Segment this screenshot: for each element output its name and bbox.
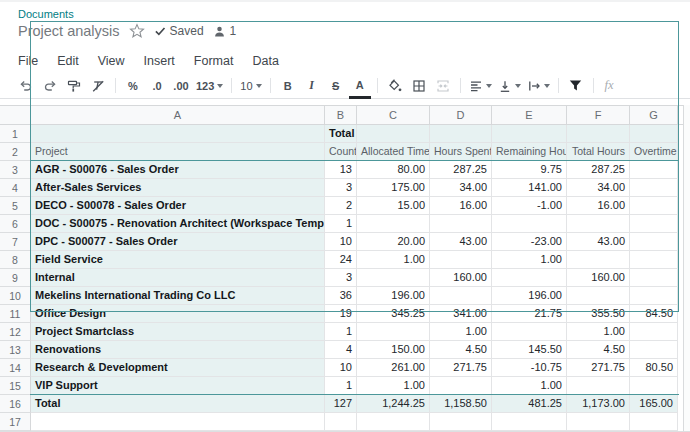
decrease-decimal-button[interactable]: .0 (145, 76, 169, 96)
cell-A2[interactable]: Project (31, 143, 325, 161)
row-header-6[interactable]: 6 (0, 215, 31, 233)
cell-A17[interactable] (31, 413, 325, 431)
cell-E5[interactable]: -1.00 (492, 197, 567, 215)
cell-D9[interactable]: 160.00 (430, 269, 492, 287)
cell-F9[interactable]: 160.00 (567, 269, 630, 287)
row-header-3[interactable]: 3 (0, 161, 31, 179)
undo-button[interactable] (14, 76, 38, 96)
menu-data[interactable]: Data (252, 54, 278, 68)
cell-G17[interactable] (630, 413, 678, 431)
cell-B14[interactable]: 10 (325, 359, 357, 377)
row-header-11[interactable]: 11 (0, 305, 31, 323)
page-title[interactable]: Project analysis (18, 23, 120, 39)
cell-F11[interactable]: 355.50 (567, 305, 630, 323)
cell-E7[interactable]: -23.00 (492, 233, 567, 251)
cell-D16[interactable]: 1,158.50 (430, 395, 492, 413)
cell-C4[interactable]: 175.00 (357, 179, 430, 197)
cell-D3[interactable]: 287.25 (430, 161, 492, 179)
cell-A12[interactable]: Project Smartclass (31, 323, 325, 341)
cell-F4[interactable]: 34.00 (567, 179, 630, 197)
select-all-corner[interactable] (0, 106, 31, 124)
cell-A1[interactable] (31, 125, 325, 143)
cell-G8[interactable] (630, 251, 678, 269)
merge-cells-button[interactable] (431, 76, 455, 96)
cell-A9[interactable]: Internal (31, 269, 325, 287)
formula-input[interactable] (622, 73, 690, 98)
cell-F5[interactable]: 16.00 (567, 197, 630, 215)
row-header-15[interactable]: 15 (0, 377, 31, 395)
cell-B3[interactable]: 13 (325, 161, 357, 179)
col-header-G[interactable]: G (630, 106, 678, 124)
row-header-16[interactable]: 16 (0, 395, 31, 413)
cell-A6[interactable]: DOC - S00075 - Renovation Architect (Wor… (31, 215, 325, 233)
borders-button[interactable] (407, 76, 431, 96)
cell-D15[interactable] (430, 377, 492, 395)
row-header-1[interactable]: 1 (0, 125, 31, 143)
cell-E14[interactable]: -10.75 (492, 359, 567, 377)
cell-G9[interactable] (630, 269, 678, 287)
menu-insert[interactable]: Insert (144, 54, 175, 68)
text-color-button[interactable]: A (348, 76, 372, 96)
vertical-scrollbar[interactable] (683, 105, 690, 431)
cell-A10[interactable]: Mekelins International Trading Co LLC (31, 287, 325, 305)
cell-E13[interactable]: 145.50 (492, 341, 567, 359)
cell-F16[interactable]: 1,173.00 (567, 395, 630, 413)
cell-F10[interactable] (567, 287, 630, 305)
cell-A15[interactable]: VIP Support (31, 377, 325, 395)
cell-B2[interactable]: Count (325, 143, 357, 161)
paint-format-button[interactable] (62, 76, 86, 96)
cell-D4[interactable]: 34.00 (430, 179, 492, 197)
text-wrapping-button[interactable] (524, 76, 553, 96)
cell-D11[interactable]: 341.00 (430, 305, 492, 323)
cell-G1[interactable] (630, 125, 678, 143)
cell-B11[interactable]: 19 (325, 305, 357, 323)
cell-F1[interactable] (567, 125, 630, 143)
increase-decimal-button[interactable]: .00 (169, 76, 193, 96)
cell-A4[interactable]: After-Sales Services (31, 179, 325, 197)
col-header-A[interactable]: A (31, 106, 325, 124)
cell-B4[interactable]: 3 (325, 179, 357, 197)
cell-E12[interactable] (492, 323, 567, 341)
cell-C12[interactable] (357, 323, 430, 341)
cell-A3[interactable]: AGR - S00076 - Sales Order (31, 161, 325, 179)
row-header-17[interactable]: 17 (0, 413, 31, 431)
redo-button[interactable] (38, 76, 62, 96)
vertical-align-button[interactable] (495, 76, 524, 96)
cell-E17[interactable] (492, 413, 567, 431)
menu-edit[interactable]: Edit (57, 54, 79, 68)
cell-A14[interactable]: Research & Development (31, 359, 325, 377)
cell-C17[interactable] (357, 413, 430, 431)
cell-F2[interactable]: Total Hours (567, 143, 630, 161)
cell-G13[interactable] (630, 341, 678, 359)
cell-F17[interactable] (567, 413, 630, 431)
cell-D7[interactable]: 43.00 (430, 233, 492, 251)
cell-G4[interactable] (630, 179, 678, 197)
cell-C7[interactable]: 20.00 (357, 233, 430, 251)
cell-F13[interactable]: 4.50 (567, 341, 630, 359)
cell-E9[interactable] (492, 269, 567, 287)
cell-E16[interactable]: 481.25 (492, 395, 567, 413)
number-format-button[interactable]: 123 (193, 76, 226, 96)
cell-C10[interactable]: 196.00 (357, 287, 430, 305)
col-header-D[interactable]: D (430, 106, 492, 124)
cell-B8[interactable]: 24 (325, 251, 357, 269)
cell-E11[interactable]: 21.75 (492, 305, 567, 323)
cell-G6[interactable] (630, 215, 678, 233)
cell-G16[interactable]: 165.00 (630, 395, 678, 413)
cell-D14[interactable]: 271.75 (430, 359, 492, 377)
italic-button[interactable]: I (300, 76, 324, 96)
cell-D2[interactable]: Hours Spent (430, 143, 492, 161)
row-header-13[interactable]: 13 (0, 341, 31, 359)
breadcrumb[interactable]: Documents (18, 8, 690, 20)
cell-E1[interactable] (492, 125, 567, 143)
cell-C15[interactable]: 1.00 (357, 377, 430, 395)
cell-B6[interactable]: 1 (325, 215, 357, 233)
cell-D17[interactable] (430, 413, 492, 431)
cell-B7[interactable]: 10 (325, 233, 357, 251)
row-header-12[interactable]: 12 (0, 323, 31, 341)
menu-format[interactable]: Format (194, 54, 234, 68)
cell-G10[interactable] (630, 287, 678, 305)
menu-file[interactable]: File (18, 54, 38, 68)
cell-G3[interactable] (630, 161, 678, 179)
cell-G12[interactable] (630, 323, 678, 341)
